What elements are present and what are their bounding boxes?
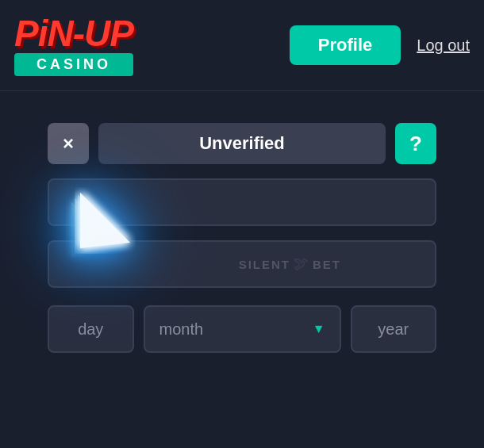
status-row: × Unverified ?: [48, 123, 436, 164]
logo-casino-bar: CASINO: [14, 53, 133, 76]
year-label: year: [378, 320, 409, 339]
header-right: Profile Log out: [290, 25, 470, 65]
date-row: day month ▼ year: [48, 305, 436, 353]
logo-up-text: UP: [84, 13, 133, 54]
header: PiN-UP CASINO Profile Log out: [0, 0, 484, 91]
month-dropdown-arrow-icon: ▼: [313, 322, 325, 336]
last-name-input[interactable]: [48, 240, 436, 288]
month-selector[interactable]: month ▼: [144, 305, 341, 353]
status-label: Unverified: [98, 123, 386, 164]
first-name-input[interactable]: [48, 178, 436, 226]
logo-pin-up-text: PiN-UP: [14, 15, 133, 52]
main-content: × Unverified ?: [0, 91, 484, 377]
day-selector[interactable]: day: [48, 305, 134, 353]
year-selector[interactable]: year: [351, 305, 437, 353]
day-label: day: [78, 320, 103, 339]
second-input-wrapper: SILENT 🕊 BET: [48, 240, 436, 288]
close-button[interactable]: ×: [48, 123, 89, 164]
profile-button[interactable]: Profile: [290, 25, 401, 65]
logo: PiN-UP CASINO: [14, 15, 133, 76]
logo-pin-text: PiN: [14, 13, 73, 54]
logout-button[interactable]: Log out: [417, 36, 470, 55]
month-label: month: [159, 320, 204, 339]
first-input-wrapper: [48, 178, 436, 226]
help-button[interactable]: ?: [395, 123, 436, 164]
